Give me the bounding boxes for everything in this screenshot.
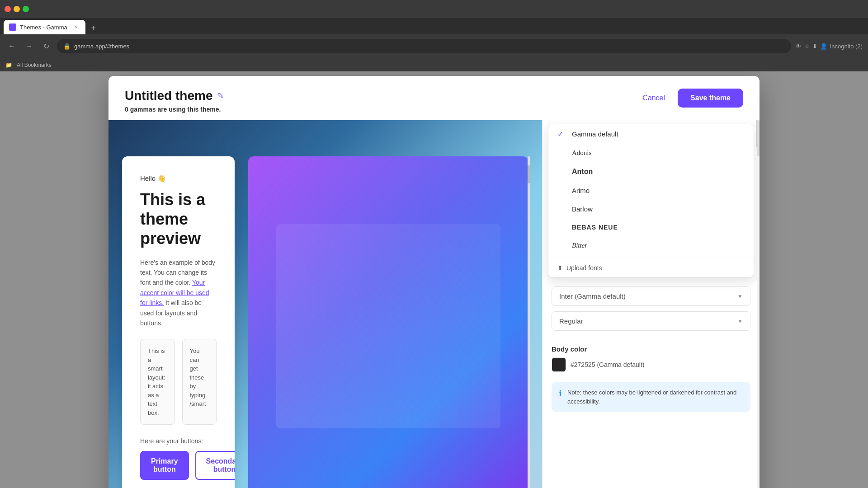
upload-fonts-label: Upload fonts bbox=[566, 264, 602, 272]
font-option-barlow[interactable]: Barlow bbox=[548, 200, 754, 218]
tab-favicon bbox=[9, 23, 16, 31]
active-tab[interactable]: Themes - Gamma × bbox=[4, 20, 85, 34]
font-option-label: Anton bbox=[572, 168, 593, 176]
font-option-label: Arimo bbox=[572, 187, 590, 194]
upload-icon: ⬆ bbox=[557, 264, 563, 272]
body-font-select[interactable]: Inter (Gamma default) ▼ bbox=[552, 286, 750, 306]
font-option-anton[interactable]: Anton bbox=[548, 162, 754, 181]
chevron-down-icon-2: ▼ bbox=[737, 318, 743, 324]
profile-icon: 👤 bbox=[820, 43, 827, 50]
preview-pane: Hello 👋 This is a theme preview Here's a… bbox=[108, 120, 542, 488]
info-box: ℹ Note: these colors may be lightened or… bbox=[552, 382, 750, 412]
cancel-button[interactable]: Cancel bbox=[635, 89, 672, 107]
reload-button[interactable]: ↻ bbox=[40, 40, 52, 52]
font-option-adonis[interactable]: Adonis bbox=[548, 144, 754, 162]
address-actions: 👁 ☆ ⬇ 👤 Incognito (2) bbox=[796, 43, 863, 50]
body-color-section: Body color #272525 (Gamma default) bbox=[542, 342, 760, 377]
preview-buttons: Primary button Secondary button bbox=[140, 451, 217, 480]
gammas-count: 0 bbox=[125, 106, 128, 113]
back-button[interactable]: ← bbox=[5, 40, 18, 52]
settings-pane: ✓ Gamma default Adonis Anton bbox=[542, 120, 760, 488]
lock-icon: 🔒 bbox=[63, 43, 71, 50]
body-font-section: Inter (Gamma default) ▼ Regular ▼ bbox=[542, 281, 760, 342]
font-option-label: Adonis bbox=[572, 149, 591, 157]
gammas-text: gammas are using this theme. bbox=[130, 106, 221, 113]
font-option-arimo[interactable]: Arimo bbox=[548, 181, 754, 200]
dropdown-divider bbox=[548, 257, 754, 257]
url-bar[interactable]: 🔒 gamma.app/#themes bbox=[57, 39, 791, 53]
preview-body-text: Here's an example of body text. You can … bbox=[140, 258, 217, 328]
font-option-bitter[interactable]: Bitter bbox=[548, 236, 754, 255]
info-text: Note: these colors may be lightened or d… bbox=[567, 388, 743, 406]
theme-title: Untitled theme bbox=[125, 89, 212, 103]
font-option-label: Gamma default bbox=[572, 130, 618, 138]
browser-frame: Themes - Gamma × + ← → ↻ 🔒 gamma.app/#th… bbox=[0, 0, 868, 488]
smart-box-2: You can get these by typing /smart bbox=[182, 339, 217, 425]
tab-close-icon[interactable]: × bbox=[73, 23, 80, 31]
download-icon: ⬇ bbox=[812, 43, 817, 50]
bookmarks-bar: 📁 All Bookmarks bbox=[0, 58, 868, 71]
title-bar bbox=[0, 0, 868, 18]
preview-right-image bbox=[248, 156, 528, 488]
body-font-value: Inter (Gamma default) bbox=[559, 292, 626, 300]
primary-button-preview[interactable]: Primary button bbox=[140, 451, 189, 480]
tabs-bar: Themes - Gamma × + bbox=[0, 18, 868, 34]
info-icon: ℹ bbox=[559, 389, 562, 406]
theme-modal: Untitled theme ✎ 0 gammas are using this… bbox=[108, 76, 760, 488]
window-controls bbox=[5, 6, 29, 12]
incognito-label: Incognito (2) bbox=[830, 43, 863, 50]
buttons-label: Here are your buttons: bbox=[140, 437, 217, 445]
eye-icon: 👁 bbox=[796, 43, 802, 50]
color-swatch[interactable] bbox=[552, 357, 566, 372]
modal-title: Untitled theme ✎ bbox=[125, 89, 224, 103]
modal-body: Hello 👋 This is a theme preview Here's a… bbox=[108, 120, 760, 488]
modal-actions: Cancel Save theme bbox=[635, 89, 743, 108]
new-tab-button[interactable]: + bbox=[87, 22, 100, 34]
star-icon: ☆ bbox=[804, 43, 810, 50]
check-icon: ✓ bbox=[557, 130, 566, 138]
font-option-label: BEBAS NEUE bbox=[572, 224, 618, 231]
color-row: #272525 (Gamma default) bbox=[552, 357, 750, 372]
minimize-button[interactable] bbox=[14, 6, 20, 12]
font-weight-value: Regular bbox=[559, 317, 583, 325]
tab-title: Themes - Gamma bbox=[20, 24, 67, 31]
upload-fonts-button[interactable]: ⬆ Upload fonts bbox=[548, 259, 754, 277]
color-value: #272525 (Gamma default) bbox=[571, 361, 644, 368]
modal-subtitle: 0 gammas are using this theme. bbox=[125, 106, 224, 113]
font-dropdown-open: ✓ Gamma default Adonis Anton bbox=[548, 124, 754, 277]
smart-layouts: This is a smart layout: it acts as a tex… bbox=[140, 339, 217, 425]
smart-box-1: This is a smart layout: it acts as a tex… bbox=[140, 339, 175, 425]
preview-heading: This is a theme preview bbox=[140, 190, 217, 249]
font-weight-select[interactable]: Regular ▼ bbox=[552, 311, 750, 331]
body-color-label: Body color bbox=[552, 345, 750, 353]
save-theme-button[interactable]: Save theme bbox=[678, 89, 743, 108]
secondary-button-preview[interactable]: Secondary button bbox=[195, 451, 235, 480]
preview-scrollbar-thumb[interactable] bbox=[528, 165, 530, 183]
edit-icon[interactable]: ✎ bbox=[217, 91, 224, 101]
bookmarks-label: All Bookmarks bbox=[17, 62, 52, 68]
preview-card: Hello 👋 This is a theme preview Here's a… bbox=[122, 156, 235, 488]
font-option-bebas[interactable]: BEBAS NEUE bbox=[548, 218, 754, 236]
close-button[interactable] bbox=[5, 6, 11, 12]
url-text: gamma.app/#themes bbox=[74, 43, 129, 50]
modal-title-section: Untitled theme ✎ 0 gammas are using this… bbox=[125, 89, 224, 113]
maximize-button[interactable] bbox=[23, 6, 29, 12]
font-option-label: Barlow bbox=[572, 205, 593, 213]
settings-scrollbar-thumb[interactable] bbox=[757, 120, 760, 156]
forward-button[interactable]: → bbox=[23, 40, 35, 52]
modal-overlay: Untitled theme ✎ 0 gammas are using this… bbox=[0, 71, 868, 488]
bookmarks-folder-icon: 📁 bbox=[5, 62, 12, 68]
chevron-down-icon: ▼ bbox=[737, 293, 743, 300]
settings-scrollbar[interactable] bbox=[757, 120, 760, 488]
font-dropdown-container: ✓ Gamma default Adonis Anton bbox=[542, 120, 760, 281]
font-option-label: Bitter bbox=[572, 242, 587, 249]
hello-text: Hello 👋 bbox=[140, 174, 217, 183]
preview-scrollbar[interactable] bbox=[528, 156, 530, 488]
font-option-gamma-default[interactable]: ✓ Gamma default bbox=[548, 124, 754, 144]
address-bar: ← → ↻ 🔒 gamma.app/#themes 👁 ☆ ⬇ 👤 Incogn… bbox=[0, 34, 868, 58]
main-content: Untitled theme ✎ 0 gammas are using this… bbox=[0, 71, 868, 488]
modal-header: Untitled theme ✎ 0 gammas are using this… bbox=[108, 76, 760, 120]
